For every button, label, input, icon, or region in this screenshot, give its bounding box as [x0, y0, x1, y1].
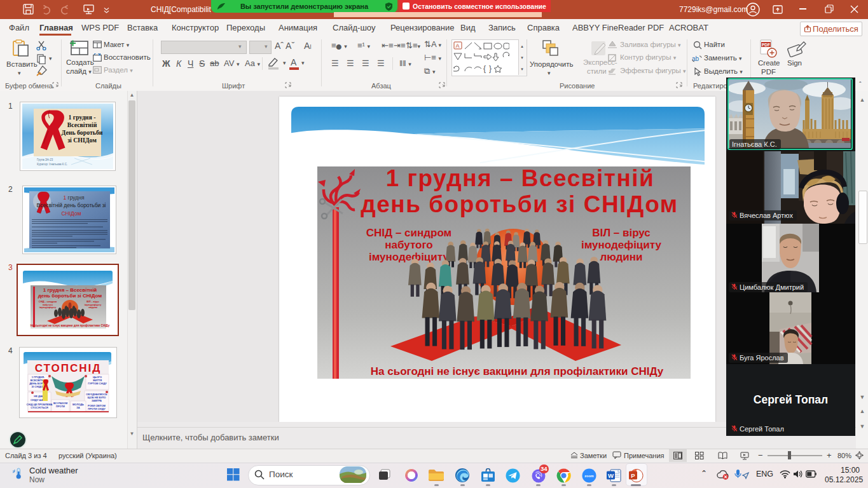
svg-text:День боротьби: День боротьби: [62, 129, 103, 136]
svg-text:імунодефіциту: імунодефіциту: [85, 304, 102, 306]
svg-text:Група ЗА-23: Група ЗА-23: [37, 158, 53, 161]
svg-text:ЗА: ЗА: [76, 406, 80, 409]
svg-text:НЕ ДАЙ: НЕ ДАЙ: [34, 395, 43, 398]
svg-text:Всесвітній: Всесвітній: [67, 121, 97, 128]
svg-text:На сьогодні не існує вакцини д: На сьогодні не існує вакцини для профіла…: [31, 323, 110, 327]
svg-text:імунодефіциту: імунодефіциту: [581, 239, 661, 251]
svg-text:СТОПСНІД: СТОПСНІД: [35, 362, 102, 374]
svg-text:імунодефіциту: імунодефіциту: [39, 306, 57, 309]
svg-text:W: W: [608, 472, 614, 479]
svg-text:день боротьби зі СНІДом: день боротьби зі СНІДом: [38, 293, 102, 299]
svg-text:зі СНІДом: зі СНІДом: [67, 137, 97, 144]
svg-text:СТОСУЄТЬСЯ: СТОСУЄТЬСЯ: [31, 406, 48, 409]
svg-text:ПРОТИ СНІДУ: ПРОТИ СНІДУ: [88, 407, 106, 410]
svg-text:{: {: [483, 64, 486, 73]
svg-text:ВІЛ – вірус: ВІЛ – вірус: [592, 227, 651, 239]
svg-text:СНІД – синдром: СНІД – синдром: [39, 301, 57, 303]
svg-text:PDF: PDF: [762, 43, 770, 47]
svg-text:ГУРТОМ СНІДУ: ГУРТОМ СНІДУ: [88, 382, 107, 385]
svg-text:день боротьби зі СНІДом: день боротьби зі СНІДом: [361, 191, 678, 217]
svg-text:ВІЛ – вірус: ВІЛ – вірус: [86, 301, 99, 303]
svg-text:}: }: [489, 64, 492, 73]
svg-text:A: A: [456, 43, 460, 49]
svg-text:zoom: zoom: [584, 474, 593, 478]
svg-text:Всесвітній день боротьби зі: Всесвітній день боротьби зі: [36, 202, 106, 208]
svg-text:людини: людини: [88, 306, 97, 309]
svg-text:СНІДом: СНІДом: [61, 210, 81, 217]
svg-text:1 грудня: 1 грудня: [63, 194, 84, 201]
svg-text:На сьогодні не існує вакцини д: На сьогодні не існує вакцини для профіла…: [371, 365, 664, 377]
svg-text:імунодефіциту: імунодефіциту: [369, 251, 449, 263]
svg-text:1 грудня – Всесвітній: 1 грудня – Всесвітній: [43, 287, 97, 293]
svg-text:1 грудня -: 1 грудня -: [68, 114, 95, 121]
svg-text:набутого: набутого: [385, 239, 432, 251]
svg-text:Куратор: Ігнатьєва К.С.: Куратор: Ігнатьєва К.С.: [37, 163, 67, 166]
svg-text:P: P: [631, 472, 635, 479]
svg-text:людини: людини: [600, 251, 642, 263]
svg-text:СНІД – синдром: СНІД – синдром: [366, 227, 451, 239]
svg-text:ПРОТИ: ПРОТИ: [56, 405, 65, 408]
svg-text:ЗАВТРА: ЗАВТРА: [92, 399, 102, 402]
svg-text:1 грудня – Всесвітній: 1 грудня – Всесвітній: [386, 166, 655, 191]
svg-text:набутого: набутого: [43, 304, 53, 306]
